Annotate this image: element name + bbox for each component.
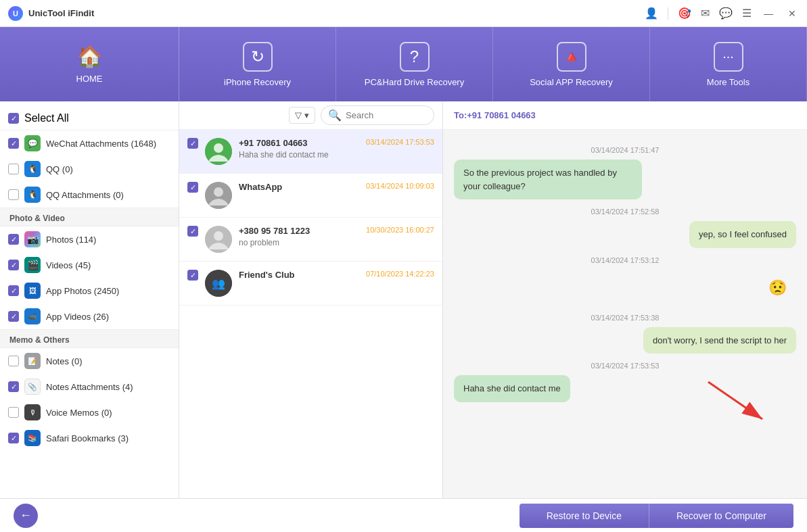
minimize-button[interactable]: — <box>761 7 776 20</box>
chat-icon[interactable]: 💬 <box>719 7 733 20</box>
message-item-2[interactable]: WhatsApp 03/14/2024 10:09:03 <box>179 174 442 218</box>
select-all-label: Select All <box>24 112 69 124</box>
sidebar-item-safari[interactable]: 📚 Safari Bookmarks (3) <box>0 425 179 451</box>
msg1-preview: Haha she did contact me <box>239 150 434 160</box>
safari-checkbox[interactable] <box>8 433 19 443</box>
notes-label: Notes (0) <box>46 356 170 366</box>
sidebar-item-app-videos[interactable]: 📹 App Videos (26) <box>0 304 179 329</box>
sidebar-item-app-photos[interactable]: 🖼 App Photos (2450) <box>0 278 179 304</box>
chat-panel: To: +91 70861 04663 03/14/2024 17:51:47 … <box>443 101 807 498</box>
msg3-checkbox[interactable] <box>187 226 198 237</box>
sidebar-item-qq[interactable]: 🐧 QQ (0) <box>0 156 179 182</box>
social-recovery-icon: 🔺 <box>557 42 586 72</box>
notes-attach-icon: 📎 <box>24 379 41 395</box>
close-button[interactable]: ✕ <box>785 7 799 20</box>
app-name: UnicTool iFindit <box>28 8 94 18</box>
msg2-checkbox[interactable] <box>187 182 198 193</box>
msg2-top: WhatsApp 03/14/2024 10:09:03 <box>239 182 434 192</box>
app-photos-checkbox[interactable] <box>8 285 19 296</box>
sidebar-item-voice[interactable]: 🎙 Voice Memos (0) <box>0 400 179 425</box>
bubble-2: yep, so I feel confused <box>689 221 796 248</box>
date-1: 03/14/2024 17:51:47 <box>454 146 796 154</box>
voice-checkbox[interactable] <box>8 407 19 418</box>
separator <box>668 7 668 20</box>
bubble-row-2: yep, so I feel confused <box>454 221 796 248</box>
msg4-top: Friend's Club 07/10/2023 14:22:23 <box>239 270 434 280</box>
social-recovery-label: Social APP Recovery <box>530 77 613 87</box>
message-item-4[interactable]: 👥 Friend's Club 07/10/2023 14:22:23 <box>179 262 442 306</box>
section-memo-others: Memo & Others <box>0 329 179 348</box>
photos-label: Photos (114) <box>46 235 170 245</box>
svg-point-5 <box>214 231 223 241</box>
qq-attach-checkbox[interactable] <box>8 189 19 200</box>
nav-social-recovery[interactable]: 🔺 Social APP Recovery <box>493 27 650 101</box>
videos-checkbox[interactable] <box>8 260 19 270</box>
msg4-content: Friend's Club 07/10/2023 14:22:23 <box>239 270 434 282</box>
msg1-name: +91 70861 04663 <box>239 138 308 148</box>
msg4-avatar: 👥 <box>205 270 232 297</box>
sidebar-item-notes[interactable]: 📝 Notes (0) <box>0 348 179 374</box>
iphone-recovery-label: iPhone Recovery <box>224 77 291 87</box>
msg2-avatar <box>205 182 232 209</box>
msg2-content: WhatsApp 03/14/2024 10:09:03 <box>239 182 434 194</box>
search-input[interactable] <box>346 110 427 120</box>
notes-attach-checkbox[interactable] <box>8 381 19 392</box>
message-item-1[interactable]: +91 70861 04663 03/14/2024 17:53:53 Haha… <box>179 130 442 174</box>
app-videos-label: App Videos (26) <box>46 312 170 322</box>
recover-to-computer-button[interactable]: Recover to Computer <box>649 504 793 528</box>
user-icon[interactable]: 👤 <box>645 7 658 20</box>
sidebar-item-videos[interactable]: 🎬 Videos (45) <box>0 252 179 278</box>
safari-label: Safari Bookmarks (3) <box>46 433 170 443</box>
qq-checkbox[interactable] <box>8 164 19 174</box>
message-item-3[interactable]: +380 95 781 1223 10/30/2023 16:00:27 no … <box>179 218 442 262</box>
nav-more-tools[interactable]: ··· More Tools <box>650 27 807 101</box>
nav-home[interactable]: 🏠 HOME <box>0 27 179 101</box>
target-icon[interactable]: 🎯 <box>678 7 691 20</box>
sidebar-item-wechat[interactable]: 💬 WeChat Attachments (1648) <box>0 130 179 156</box>
notes-icon: 📝 <box>24 353 41 369</box>
date-2: 03/14/2024 17:52:58 <box>454 208 796 216</box>
bubble-1: So the previous project was handled by y… <box>454 160 642 199</box>
home-icon: 🏠 <box>77 45 102 68</box>
notes-attach-label: Notes Attachments (4) <box>46 382 170 392</box>
svg-line-9 <box>708 382 762 419</box>
message-list-panel: ▽ ▾ 🔍 +9 <box>179 101 443 498</box>
qq-attach-icon: 🐧 <box>24 187 41 203</box>
menu-icon[interactable]: ☰ <box>742 7 752 20</box>
more-tools-icon: ··· <box>714 42 743 72</box>
bubble-row-5: Haha she did contact me <box>454 375 796 402</box>
app-logo: U <box>8 6 23 21</box>
filter-button[interactable]: ▽ ▾ <box>289 107 315 124</box>
wechat-checkbox[interactable] <box>8 138 19 149</box>
msg1-checkbox[interactable] <box>187 138 198 149</box>
msg1-avatar <box>205 138 232 165</box>
sidebar-item-photos[interactable]: 📷 Photos (114) <box>0 226 179 252</box>
date-4: 03/14/2024 17:53:38 <box>454 314 796 322</box>
svg-point-3 <box>214 187 223 197</box>
back-button[interactable]: ← <box>14 504 38 528</box>
select-all-row[interactable]: Select All <box>0 107 179 130</box>
home-label: HOME <box>76 74 103 84</box>
chat-header-to: To: <box>454 110 467 120</box>
msg1-content: +91 70861 04663 03/14/2024 17:53:53 Haha… <box>239 138 434 160</box>
select-all-checkbox[interactable] <box>8 113 19 124</box>
notes-checkbox[interactable] <box>8 356 19 366</box>
title-bar: U UnicTool iFindit 👤 🎯 ✉ 💬 ☰ — ✕ <box>0 0 807 27</box>
nav-iphone-recovery[interactable]: ↻ iPhone Recovery <box>179 27 336 101</box>
restore-to-device-button[interactable]: Restore to Device <box>520 504 649 528</box>
svg-point-1 <box>214 143 223 153</box>
bottom-bar: ← Restore to Device Recover to Computer <box>0 498 807 532</box>
sidebar-item-qq-attach[interactable]: 🐧 QQ Attachments (0) <box>0 182 179 208</box>
nav-pc-recovery[interactable]: ? PC&Hard Drive Recovery <box>336 27 493 101</box>
red-arrow-annotation <box>701 375 783 429</box>
photos-checkbox[interactable] <box>8 234 19 245</box>
sidebar-item-notes-attach[interactable]: 📎 Notes Attachments (4) <box>0 374 179 400</box>
mail-icon[interactable]: ✉ <box>701 7 710 20</box>
pc-recovery-label: PC&Hard Drive Recovery <box>365 77 464 87</box>
msg4-checkbox[interactable] <box>187 270 198 281</box>
wechat-label: WeChat Attachments (1648) <box>46 139 170 149</box>
svg-text:👥: 👥 <box>212 277 225 290</box>
nav-bar: 🏠 HOME ↻ iPhone Recovery ? PC&Hard Drive… <box>0 27 807 101</box>
app-videos-checkbox[interactable] <box>8 311 19 322</box>
msg4-name: Friend's Club <box>239 270 295 280</box>
